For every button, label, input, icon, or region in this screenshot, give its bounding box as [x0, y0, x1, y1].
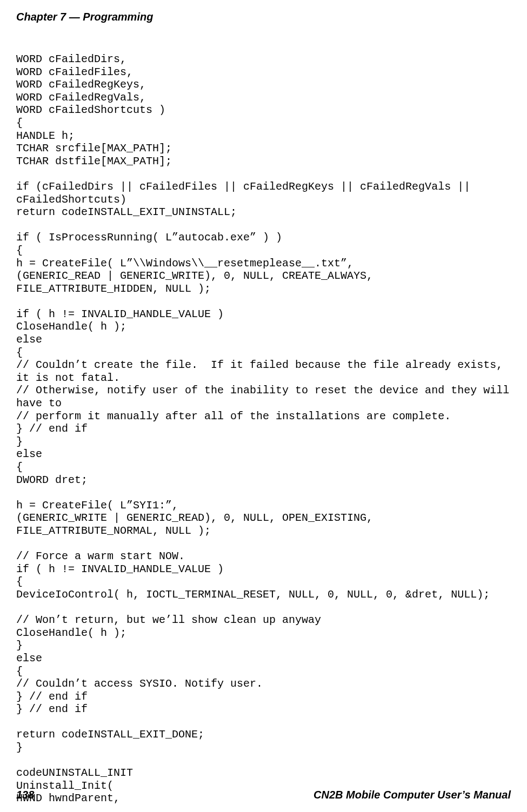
code-line: HANDLE h; [16, 130, 75, 142]
code-line: // Force a warm start NOW. [16, 550, 185, 562]
page-footer: 138 CN2B Mobile Computer User’s Manual [16, 789, 511, 801]
code-line: h = CreateFile( L”\\Windows\\__resetmepl… [16, 257, 353, 270]
code-line: TCHAR srcfile[MAX_PATH]; [16, 142, 172, 155]
code-line: } [16, 435, 23, 448]
code-line: { [16, 575, 23, 588]
code-line: } // end if [16, 703, 88, 715]
code-line: WORD cFailedShortcuts ) [16, 104, 165, 116]
code-line: { [16, 346, 23, 359]
code-line: { [16, 665, 23, 677]
code-line: WORD cFailedRegVals, [16, 91, 146, 104]
code-line: codeUNINSTALL_INIT [16, 767, 133, 779]
code-line: DeviceIoControl( h, IOCTL_TERMINAL_RESET… [16, 588, 490, 601]
code-block: WORD cFailedDirs, WORD cFailedFiles, WOR… [16, 53, 511, 805]
code-line: WORD cFailedDirs, [16, 53, 126, 65]
code-line: CloseHandle( h ); [16, 320, 126, 333]
code-line: { [16, 244, 23, 257]
code-line: return codeINSTALL_EXIT_DONE; [16, 728, 204, 741]
code-line: } [16, 741, 23, 754]
code-line: // perform it manually after all of the … [16, 410, 451, 422]
code-line: WORD cFailedFiles, [16, 66, 133, 78]
code-line: } [16, 639, 23, 652]
code-line: if ( IsProcessRunning( L”autocab.exe” ) … [16, 231, 282, 244]
code-line: } // end if [16, 422, 88, 435]
manual-title: CN2B Mobile Computer User’s Manual [313, 789, 511, 801]
code-line: else [16, 333, 42, 346]
code-line: { [16, 461, 23, 473]
code-line: DWORD dret; [16, 474, 88, 486]
code-line: CloseHandle( h ); [16, 627, 126, 639]
code-line: WORD cFailedRegKeys, [16, 78, 146, 91]
code-line: if ( h != INVALID_HANDLE_VALUE ) [16, 563, 224, 575]
code-line: return codeINSTALL_EXIT_UNINSTALL; [16, 206, 237, 218]
code-line: { [16, 117, 23, 129]
code-line: } // end if [16, 690, 88, 703]
code-line: TCHAR dstfile[MAX_PATH]; [16, 155, 172, 167]
code-line: FILE_ATTRIBUTE_HIDDEN, NULL ); [16, 283, 211, 295]
code-line: h = CreateFile( L”SYI1:”, [16, 499, 178, 512]
code-line: // Couldn’t access SYSIO. Notify user. [16, 677, 263, 690]
code-line: FILE_ATTRIBUTE_NORMAL, NULL ); [16, 525, 211, 537]
code-line: (GENERIC_READ | GENERIC_WRITE), 0, NULL,… [16, 270, 373, 282]
code-line: // Won’t return, but we’ll show clean up… [16, 614, 321, 626]
code-line: (GENERIC_WRITE | GENERIC_READ), 0, NULL,… [16, 512, 373, 524]
code-line: else [16, 652, 42, 665]
code-line: // Couldn’t create the file. If it faile… [16, 359, 509, 384]
code-line: if ( h != INVALID_HANDLE_VALUE ) [16, 308, 224, 320]
chapter-title: Chapter 7 — Programming [16, 11, 153, 23]
code-line: else [16, 448, 42, 460]
code-line: if (cFailedDirs || cFailedFiles || cFail… [16, 180, 477, 206]
code-line: // Otherwise, notify user of the inabili… [16, 384, 516, 410]
page-header: Chapter 7 — Programming [16, 11, 511, 23]
page-number: 138 [16, 789, 34, 801]
